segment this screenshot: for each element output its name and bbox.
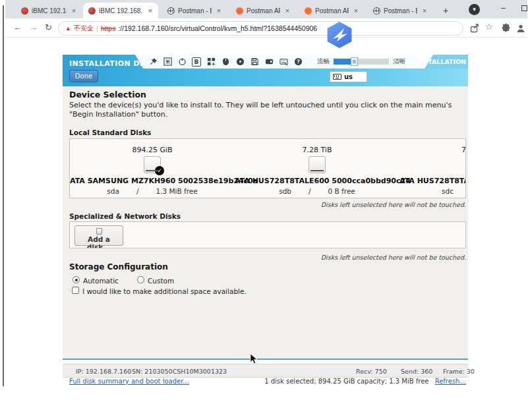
disk-device: sda <box>107 187 119 195</box>
close-tab-icon[interactable]: × <box>352 7 360 14</box>
disk-sda[interactable]: 894.25 GiB ✓ ATA SAMSUNG MZ7KH960 500253… <box>70 139 235 198</box>
keyboard-macro-icon[interactable] <box>206 57 216 67</box>
address-bar[interactable]: ▲ 不安全 | https ://192.168.7.160/src/virtu… <box>58 21 463 36</box>
tab-ibmc-1[interactable]: iBMC 192.168.7.16 × <box>16 3 82 18</box>
close-tab-icon[interactable]: × <box>283 7 291 14</box>
virtual-keyboard-icon[interactable] <box>279 57 288 67</box>
kvm-status-bar: IP: 192.168.7.160 SN: 2103050CSH10M30013… <box>63 364 468 378</box>
disk-separator: / <box>136 187 139 195</box>
tab-title: Postman API Platfo <box>247 7 280 14</box>
screen-record-icon[interactable] <box>264 57 274 67</box>
help-icon[interactable]: ? <box>293 57 303 67</box>
keyboard-layout-selector[interactable]: us <box>330 71 367 82</box>
status-recv: Recv: 750 <box>356 368 387 375</box>
disk-device-label: sdc <box>442 187 454 195</box>
tab-title: Postman - Browse <box>384 7 417 14</box>
radio-custom[interactable] <box>137 276 144 283</box>
tab-postman-browse-1[interactable]: Postman - Browse × <box>162 3 227 18</box>
tab-postman-api-1[interactable]: Postman API Platfo × <box>231 3 295 18</box>
add-disk-label: Add a disk... <box>87 235 111 248</box>
status-circle-icon[interactable]: ▾ <box>469 4 480 15</box>
mini-disk-icon <box>96 228 102 235</box>
floppy-icon[interactable] <box>250 57 259 67</box>
radio-custom-label[interactable]: Custom <box>148 277 174 285</box>
back-button[interactable]: ← <box>13 22 22 32</box>
kvm-toolbar: B ? <box>135 55 435 69</box>
quality-slider-track[interactable] <box>334 59 389 65</box>
close-tab-icon[interactable]: × <box>215 7 223 14</box>
send-key-b-icon[interactable]: B <box>192 57 201 67</box>
tab-title: Postman API Platfo <box>315 7 349 14</box>
quality-slider-handle[interactable] <box>351 57 358 66</box>
close-tab-icon[interactable]: × <box>70 7 78 14</box>
screenshot-canvas: iBMC 192.168.7.16 × iBMC 192.168.7.16 × … <box>0 0 532 400</box>
disk-sdb[interactable]: 7.28 TiB ATA HUS728T8TALE600 5000cca0bbd… <box>235 139 399 198</box>
mouse-icon[interactable] <box>221 57 230 67</box>
disk-drive-icon <box>309 156 326 173</box>
quality-smooth-label: 流畅 <box>317 57 330 66</box>
forward-button[interactable]: → <box>29 22 38 32</box>
profile-avatar-icon[interactable] <box>516 23 526 34</box>
radio-automatic-label[interactable]: Automatic <box>83 277 119 285</box>
status-ip: IP: 192.168.7.160 <box>76 368 131 375</box>
disk-free: 0 B free <box>328 187 355 195</box>
tab-title: iBMC 192.168.7.16 <box>32 7 67 14</box>
omnibox-separator: | <box>96 24 98 32</box>
security-warning-label[interactable]: 不安全 <box>74 24 94 33</box>
tab-title: iBMC 192.168.7.16 <box>99 7 143 14</box>
fullscreen-icon[interactable] <box>163 57 172 67</box>
ibmc-favicon <box>88 7 96 14</box>
video-quality-slider: 流畅 清晰 <box>317 57 405 66</box>
status-sn: SN: 2103050CSH10M3001323 <box>132 368 227 375</box>
tab-postman-api-2[interactable]: Postman API Platfo × <box>299 3 364 18</box>
selection-summary: 1 disk selected; 894.25 GiB capacity; 1.… <box>264 378 466 385</box>
kvm-viewer: INSTALLATION DEST B <box>63 55 468 379</box>
bookmark-star-icon[interactable]: ☆ <box>485 22 496 32</box>
disk-selected-check-icon: ✓ <box>155 166 164 175</box>
close-tab-icon[interactable]: × <box>146 7 154 14</box>
cd-rom-icon[interactable] <box>235 57 245 67</box>
maximize-button[interactable] <box>521 5 527 11</box>
disk-name: ATA HUS728T8TALE600 5000cca0bbd90c24 <box>235 177 399 185</box>
keyboard-icon <box>333 74 341 80</box>
globe-favicon <box>373 7 380 14</box>
local-disks-heading: Local Standard Disks <box>69 129 151 136</box>
tab-postman-browse-2[interactable]: Postman - Browse × <box>368 3 432 18</box>
selection-summary-text: 1 disk selected; 894.25 GiB capacity; 1.… <box>264 378 429 385</box>
extensions-puzzle-icon[interactable] <box>501 23 512 34</box>
disk-device: sdc <box>442 187 454 195</box>
done-button[interactable]: Done <box>69 70 98 82</box>
tab-ibmc-2-active[interactable]: iBMC 192.168.7.16 × <box>83 3 158 18</box>
reload-button[interactable]: ↻ <box>45 22 52 32</box>
globe-favicon <box>167 7 175 14</box>
svg-text:?: ? <box>297 59 300 65</box>
disk-device-row: sda / 1.3 MiB free <box>70 187 235 195</box>
storage-config-heading: Storage Configuration <box>69 262 168 271</box>
radio-automatic[interactable] <box>73 276 80 283</box>
checkbox-additional-space-label[interactable]: I would like to make additional space av… <box>82 287 247 295</box>
pin-icon[interactable] <box>148 57 158 67</box>
checkbox-additional-space[interactable] <box>72 287 79 294</box>
local-disks-panel: 894.25 GiB ✓ ATA SAMSUNG MZ7KH960 500253… <box>69 138 466 198</box>
close-tab-icon[interactable]: × <box>421 7 429 14</box>
status-frame: Frame: 30 <box>443 368 475 375</box>
refresh-link[interactable]: Refresh... <box>435 378 466 385</box>
full-disk-summary-link[interactable]: Full disk summary and boot loader... <box>69 378 189 385</box>
disk-device: sdb <box>279 187 291 195</box>
security-warning-icon: ▲ <box>65 25 71 32</box>
disk-size: 7.28 TiB <box>235 146 399 154</box>
network-disks-panel: Add a disk... <box>69 221 466 248</box>
add-disk-button[interactable]: Add a disk... <box>74 225 123 246</box>
new-tab-button[interactable]: + <box>438 3 454 18</box>
quality-clear-label: 清晰 <box>393 57 405 66</box>
status-send: Send: 360 <box>401 368 432 375</box>
disk-size: 7 <box>461 146 466 154</box>
share-icon[interactable] <box>469 23 480 34</box>
minimize-button[interactable]: – <box>501 3 506 13</box>
installer-content: Device Selection Select the device(s) yo… <box>63 86 468 360</box>
installer-bottom-edge <box>63 358 468 360</box>
disk-sdc-clipped[interactable]: 7 ATA HUS728T8TAL sdc <box>388 139 466 198</box>
power-icon[interactable] <box>177 57 187 67</box>
disk-device-row: sdb / 0 B free <box>235 187 399 195</box>
tab-strip: iBMC 192.168.7.16 × iBMC 192.168.7.16 × … <box>5 0 527 18</box>
